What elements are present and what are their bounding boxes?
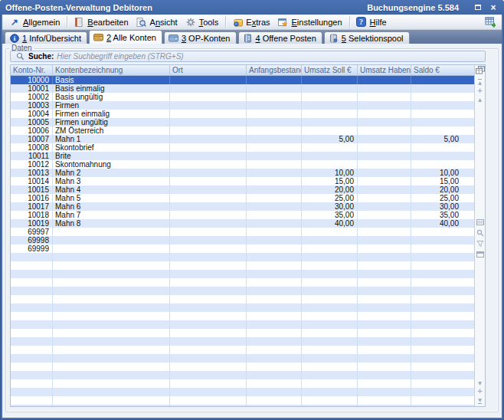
scroll-down-icon[interactable]: ▼	[475, 378, 485, 386]
grid-row-10017[interactable]: 10017Mahn 630,0030,00	[11, 202, 474, 211]
column-header-soll[interactable]: Umsatz Soll €	[302, 65, 358, 75]
cell-name: Basis ungültig	[53, 93, 170, 101]
grid-row-10013[interactable]: 10013Mahn 210,0010,00	[11, 169, 474, 177]
grid-row-empty[interactable]	[11, 320, 474, 329]
grid-row-10008[interactable]: 10008Skontobrief	[11, 143, 474, 152]
grid-row-empty[interactable]	[11, 363, 474, 371]
auto-filter-icon[interactable]	[475, 240, 485, 249]
grid-row-empty[interactable]	[11, 405, 474, 406]
grid-row-10000[interactable]: 10000Basis	[11, 76, 474, 84]
grid-row-empty[interactable]	[11, 371, 474, 379]
cell-name	[53, 253, 170, 261]
grid-row-10007[interactable]: 10007Mahn 15,005,00	[11, 135, 474, 143]
grid-row-empty[interactable]	[11, 396, 474, 405]
grid-row-69997[interactable]: 69997	[11, 228, 474, 236]
menu-item-hilfe[interactable]: ?Hilfe	[353, 16, 391, 28]
grid-row-10002[interactable]: 10002Basis ungültig	[11, 93, 474, 101]
tab-4-offene-posten[interactable]: 4 Offene Posten	[238, 31, 322, 44]
cell-anfang	[247, 219, 302, 228]
column-header-konto[interactable]: Konto-Nr.	[11, 65, 53, 75]
grid-row-empty[interactable]	[11, 379, 474, 388]
cell-ort	[170, 202, 247, 211]
grid-views-icon[interactable]	[475, 218, 485, 228]
column-header-anfang[interactable]: Anfangsbestand	[247, 65, 302, 75]
cell-haben	[358, 185, 411, 194]
grid-row-10019[interactable]: 10019Mahn 840,0040,00	[11, 219, 474, 228]
cell-soll	[302, 261, 358, 270]
menu-item-ansicht[interactable]: Ansicht	[133, 16, 182, 28]
tab-5-selektionspool[interactable]: 5 Selektionspool	[324, 31, 410, 44]
column-header-haben[interactable]: Umsatz Haben €	[358, 65, 411, 75]
grid-row-10016[interactable]: 10016Mahn 525,0025,00	[11, 194, 474, 202]
grid-row-empty[interactable]	[11, 253, 474, 261]
menu-item-extras[interactable]: Extras	[229, 16, 274, 28]
tab-1-info-bersicht[interactable]: i1 Info/Übersicht	[5, 31, 87, 44]
cell-soll	[302, 160, 358, 169]
cell-konto	[11, 337, 53, 346]
scroll-last-icon[interactable]: ▼	[475, 395, 485, 404]
grid-row-10012[interactable]: 10012Skontomahnung	[11, 160, 474, 169]
grid-row-69999[interactable]: 69999	[11, 244, 474, 253]
cell-ort	[170, 320, 247, 329]
grid-row-10004[interactable]: 10004Firmen einmalig	[11, 110, 474, 118]
grid-row-empty[interactable]	[11, 261, 474, 270]
cell-ort	[170, 388, 247, 396]
grid-row-empty[interactable]	[11, 337, 474, 346]
column-chooser-icon[interactable]	[475, 66, 485, 76]
grid-row-10003[interactable]: 10003Firmen	[11, 101, 474, 110]
cell-ort	[170, 379, 247, 388]
menu-item-einstellungen[interactable]: Einstellungen	[275, 16, 347, 28]
menu-separator	[67, 16, 68, 28]
menu-item-tools[interactable]: Tools	[182, 16, 224, 28]
cell-haben	[358, 76, 411, 84]
menubar-right-button[interactable]	[485, 17, 498, 27]
close-button[interactable]: ×	[488, 2, 499, 13]
grid-row-empty[interactable]	[11, 354, 474, 363]
grid-row-empty[interactable]	[11, 304, 474, 312]
grid-row-empty[interactable]	[11, 287, 474, 295]
cell-haben	[358, 261, 411, 270]
grid-row-empty[interactable]	[11, 278, 474, 287]
grid-row-10014[interactable]: 10014Mahn 315,0015,00	[11, 177, 474, 185]
grid-row-empty[interactable]	[11, 388, 474, 396]
cell-haben	[358, 143, 411, 152]
cell-ort	[170, 405, 247, 406]
column-header-ort[interactable]: Ort	[170, 65, 247, 75]
cell-konto: 10016	[11, 194, 53, 202]
grid-row-empty[interactable]	[11, 346, 474, 354]
scroll-plus2-icon[interactable]: +	[475, 386, 485, 395]
grid-row-10018[interactable]: 10018Mahn 735,0035,00	[11, 211, 474, 219]
tab-3-op-konten[interactable]: 3 OP-Konten	[164, 31, 237, 44]
menu-item-bearbeiten[interactable]: Bearbeiten	[70, 16, 133, 28]
grid-row-10011[interactable]: 10011Brite	[11, 152, 474, 160]
extras-icon	[232, 17, 243, 27]
grid-row-empty[interactable]	[11, 329, 474, 337]
cell-ort	[170, 304, 247, 312]
column-header-name[interactable]: Kontenbezeichnung	[53, 65, 170, 75]
search-bar[interactable]: Suche:	[10, 51, 486, 62]
grid-row-empty[interactable]	[11, 270, 474, 278]
cell-anfang	[247, 363, 302, 371]
cell-soll	[302, 110, 358, 118]
search-input[interactable]	[57, 52, 481, 61]
row-search-icon[interactable]	[475, 229, 485, 238]
grid-row-empty[interactable]	[11, 312, 474, 320]
fixed-row-icon[interactable]	[475, 251, 485, 260]
grid-row-69998[interactable]: 69998	[11, 236, 474, 244]
grid-row-10001[interactable]: 10001Basis einmalig	[11, 84, 474, 93]
op-accounts-icon	[169, 34, 178, 43]
grid-row-empty[interactable]	[11, 295, 474, 304]
maximize-button[interactable]	[473, 2, 483, 13]
grid-row-10006[interactable]: 10006ZM Österreich	[11, 126, 474, 135]
scroll-first-icon[interactable]: ▲	[475, 77, 485, 86]
grid-row-10005[interactable]: 10005Firmen ungültig	[11, 118, 474, 126]
cell-name: Mahn 4	[53, 185, 170, 194]
grid-row-10015[interactable]: 10015Mahn 420,0020,00	[11, 185, 474, 194]
column-header-saldo[interactable]: Saldo €	[411, 65, 474, 75]
cell-ort	[170, 396, 247, 405]
scroll-up-icon[interactable]: ▲	[475, 94, 485, 103]
tab-2-alle-konten[interactable]: 2 Alle Konten	[89, 30, 162, 44]
cell-name: Mahn 1	[53, 135, 170, 143]
menu-item-allgemein[interactable]: ↗Allgemein	[6, 16, 64, 28]
scroll-plus-icon[interactable]: +	[475, 86, 485, 94]
